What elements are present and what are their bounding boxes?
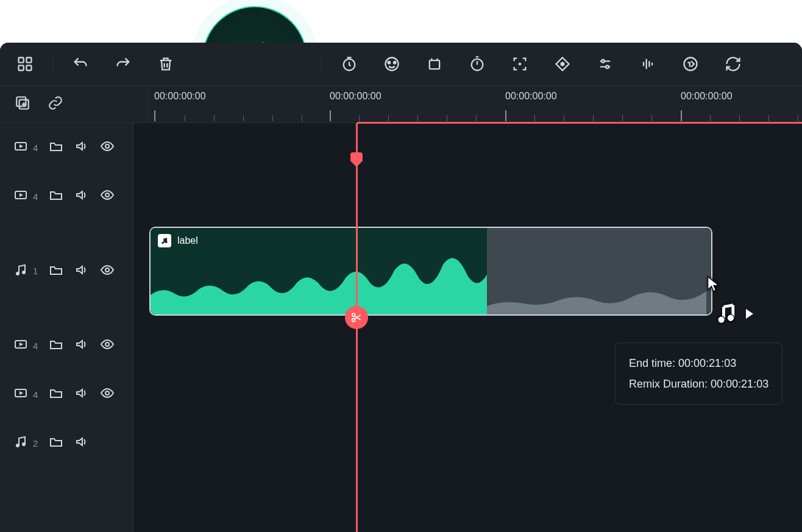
svg-rect-12: [430, 60, 439, 69]
svg-point-23: [352, 313, 355, 316]
track-header: 4: [0, 370, 133, 419]
ruler-time-1: 00:00:00:00: [330, 91, 381, 102]
playhead[interactable]: [356, 123, 358, 532]
track-mute-icon[interactable]: [74, 139, 89, 156]
svg-point-26: [727, 314, 734, 322]
crop-frame-button[interactable]: [425, 55, 444, 73]
layout-grid-icon[interactable]: [16, 55, 34, 73]
track-header: 4: [0, 321, 133, 370]
svg-point-24: [352, 319, 355, 322]
clip-label: label: [158, 234, 198, 247]
delete-button[interactable]: [157, 55, 175, 73]
color-button[interactable]: [383, 55, 401, 73]
track-lock-icon[interactable]: [49, 139, 63, 156]
track-header: 2: [0, 419, 133, 467]
svg-point-17: [606, 65, 609, 68]
svg-rect-4: [19, 58, 24, 63]
ruler-time-0: 00:00:00:00: [154, 91, 206, 102]
selection-range-line: [357, 122, 802, 124]
video-track-icon: [13, 188, 28, 205]
video-editor-timeline: 00:00:00:00 00:00:00:00 00:00:00:00 00:0…: [0, 43, 802, 532]
track-header: 1: [0, 221, 133, 321]
video-track-icon: [13, 386, 28, 403]
track-lock-icon[interactable]: [49, 263, 63, 280]
svg-point-15: [561, 63, 564, 66]
tooltip-end-value: 00:00:21:03: [678, 357, 736, 369]
stretch-tooltip: End time: 00:00:21:03 Remix Duration: 00…: [615, 342, 782, 405]
subbar: 00:00:00:00 00:00:00:00 00:00:00:00 00:0…: [0, 86, 802, 123]
track-visibility-icon[interactable]: [100, 386, 115, 403]
video-track-icon: [13, 337, 28, 354]
track-number: 1: [33, 266, 38, 276]
timeline-canvas[interactable]: label: [133, 123, 802, 532]
music-file-icon: [158, 234, 171, 247]
track-mute-icon[interactable]: [74, 434, 89, 452]
svg-point-11: [394, 62, 396, 64]
focus-button[interactable]: [511, 55, 529, 73]
svg-rect-7: [26, 65, 31, 70]
track-header: 4: [0, 123, 133, 172]
redo-button[interactable]: [114, 55, 132, 73]
svg-rect-6: [19, 65, 24, 70]
mouse-cursor: [705, 275, 722, 295]
track-number: 2: [33, 438, 38, 449]
undo-button[interactable]: [71, 55, 90, 73]
link-button[interactable]: [48, 95, 63, 113]
track-headers: 441442: [0, 123, 133, 532]
time-ruler[interactable]: 00:00:00:00 00:00:00:00 00:00:00:00 00:0…: [148, 86, 802, 122]
ruler-time-2: 00:00:00:00: [505, 91, 557, 102]
ruler-time-3: 00:00:00:00: [681, 91, 733, 102]
track-header: 4: [0, 172, 133, 221]
svg-point-16: [602, 60, 605, 63]
track-mute-icon[interactable]: [74, 337, 89, 354]
svg-point-9: [386, 58, 399, 71]
track-number: 4: [33, 143, 38, 153]
svg-point-21: [161, 242, 164, 244]
tooltip-end-label: End time:: [629, 357, 675, 369]
clip-label-text: label: [177, 235, 198, 246]
tooltip-dur-value: 00:00:21:03: [711, 378, 768, 390]
audio-bars-button[interactable]: [639, 55, 657, 73]
svg-point-25: [718, 316, 725, 324]
svg-point-22: [165, 241, 168, 244]
playhead-handle[interactable]: [350, 152, 363, 161]
track-visibility-icon[interactable]: [100, 263, 115, 280]
adjust-button[interactable]: [596, 55, 614, 73]
track-lock-icon[interactable]: [49, 337, 63, 354]
track-lock-icon[interactable]: [49, 386, 63, 403]
track-mute-icon[interactable]: [74, 263, 89, 280]
refresh-button[interactable]: [724, 55, 742, 73]
keyframe-button[interactable]: [553, 55, 572, 73]
svg-point-14: [519, 63, 520, 65]
track-number: 4: [33, 389, 38, 400]
timer-button[interactable]: [468, 55, 486, 73]
track-visibility-icon[interactable]: [100, 139, 115, 156]
video-track-icon: [13, 139, 28, 156]
track-number: 4: [33, 191, 38, 202]
music-stretch-cursor: [715, 300, 753, 328]
duration-button[interactable]: [681, 55, 700, 73]
audio-clip[interactable]: label: [149, 227, 712, 316]
add-track-button[interactable]: [15, 95, 30, 113]
track-mute-icon[interactable]: [74, 386, 89, 403]
toolbar: [0, 43, 802, 86]
svg-point-10: [388, 62, 391, 64]
track-lock-icon[interactable]: [49, 434, 63, 452]
track-visibility-icon[interactable]: [100, 188, 115, 205]
track-lock-icon[interactable]: [49, 188, 63, 205]
speed-button[interactable]: [340, 55, 358, 73]
svg-point-13: [472, 59, 483, 71]
audio-track-icon: [13, 263, 28, 280]
split-at-playhead-button[interactable]: [345, 306, 368, 329]
track-mute-icon[interactable]: [74, 188, 89, 205]
track-number: 4: [33, 341, 38, 351]
track-visibility-icon[interactable]: [100, 337, 115, 354]
audio-track-icon: [13, 434, 28, 452]
svg-rect-5: [26, 58, 31, 63]
tooltip-dur-label: Remix Duration:: [629, 378, 708, 390]
